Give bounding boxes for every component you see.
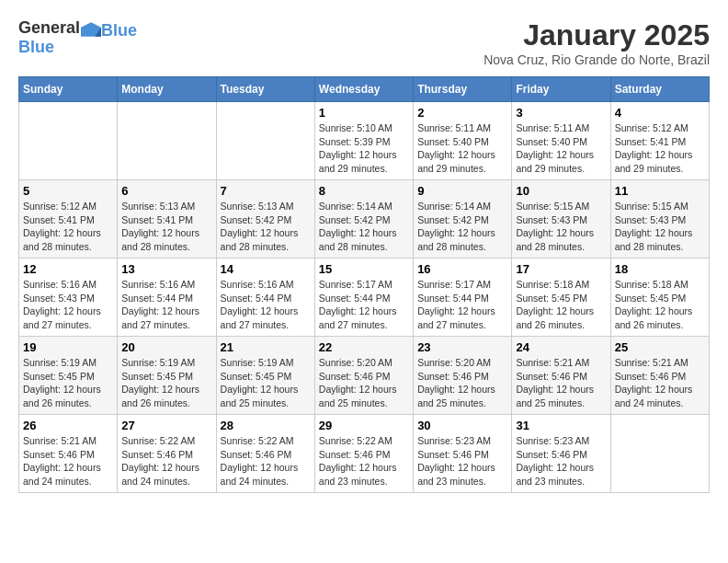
day-info: Sunrise: 5:12 AMSunset: 5:41 PMDaylight:… <box>615 121 705 176</box>
day-info: Sunrise: 5:14 AMSunset: 5:42 PMDaylight:… <box>319 200 409 254</box>
day-info: Sunrise: 5:10 AMSunset: 5:39 PMDaylight:… <box>319 121 409 176</box>
calendar-cell <box>118 102 216 180</box>
calendar-cell: 19Sunrise: 5:19 AMSunset: 5:45 PMDayligh… <box>19 337 118 415</box>
day-number: 17 <box>516 262 606 276</box>
calendar-cell: 28Sunrise: 5:22 AMSunset: 5:46 PMDayligh… <box>216 415 314 493</box>
calendar-title: January 2025 <box>483 18 710 52</box>
calendar-cell <box>19 102 118 180</box>
day-number: 15 <box>319 262 409 276</box>
calendar-cell: 25Sunrise: 5:21 AMSunset: 5:46 PMDayligh… <box>610 337 709 415</box>
calendar-cell: 10Sunrise: 5:15 AMSunset: 5:43 PMDayligh… <box>512 180 610 259</box>
weekday-header-saturday: Saturday <box>610 77 709 102</box>
day-number: 13 <box>121 262 211 276</box>
calendar-cell: 23Sunrise: 5:20 AMSunset: 5:46 PMDayligh… <box>414 337 512 415</box>
day-info: Sunrise: 5:13 AMSunset: 5:41 PMDaylight:… <box>121 200 211 254</box>
day-info: Sunrise: 5:13 AMSunset: 5:42 PMDaylight:… <box>221 200 311 254</box>
page-header: GeneralBlue Blue January 2025 Nova Cruz,… <box>18 18 710 67</box>
weekday-header-sunday: Sunday <box>19 77 118 102</box>
day-info: Sunrise: 5:16 AMSunset: 5:44 PMDaylight:… <box>121 278 211 332</box>
calendar-cell: 14Sunrise: 5:16 AMSunset: 5:44 PMDayligh… <box>216 259 314 337</box>
day-info: Sunrise: 5:21 AMSunset: 5:46 PMDaylight:… <box>23 434 113 488</box>
day-number: 1 <box>319 106 409 120</box>
calendar-header-row: SundayMondayTuesdayWednesdayThursdayFrid… <box>19 77 710 102</box>
day-info: Sunrise: 5:21 AMSunset: 5:46 PMDaylight:… <box>615 356 705 410</box>
day-number: 27 <box>121 419 211 432</box>
calendar-cell: 22Sunrise: 5:20 AMSunset: 5:46 PMDayligh… <box>314 337 413 415</box>
day-number: 12 <box>23 262 113 276</box>
calendar-cell: 7Sunrise: 5:13 AMSunset: 5:42 PMDaylight… <box>216 180 314 259</box>
calendar-week-row: 5Sunrise: 5:12 AMSunset: 5:41 PMDaylight… <box>19 180 710 259</box>
day-number: 26 <box>23 419 113 432</box>
day-info: Sunrise: 5:20 AMSunset: 5:46 PMDaylight:… <box>417 356 507 410</box>
day-number: 11 <box>615 184 705 198</box>
day-number: 16 <box>417 262 507 276</box>
calendar-cell: 8Sunrise: 5:14 AMSunset: 5:42 PMDaylight… <box>314 180 413 259</box>
title-section: January 2025 Nova Cruz, Rio Grande do No… <box>483 18 710 67</box>
day-info: Sunrise: 5:21 AMSunset: 5:46 PMDaylight:… <box>516 356 606 410</box>
weekday-header-friday: Friday <box>512 77 610 102</box>
day-number: 19 <box>23 340 113 354</box>
logo: GeneralBlue Blue <box>18 18 137 57</box>
logo-general: GeneralBlue <box>18 18 101 57</box>
calendar-cell: 16Sunrise: 5:17 AMSunset: 5:44 PMDayligh… <box>414 259 512 337</box>
day-info: Sunrise: 5:23 AMSunset: 5:46 PMDaylight:… <box>516 434 606 488</box>
day-number: 31 <box>516 419 606 432</box>
day-number: 4 <box>615 106 705 120</box>
calendar-table: SundayMondayTuesdayWednesdayThursdayFrid… <box>18 76 710 493</box>
calendar-cell: 18Sunrise: 5:18 AMSunset: 5:45 PMDayligh… <box>610 259 709 337</box>
day-info: Sunrise: 5:19 AMSunset: 5:45 PMDaylight:… <box>221 356 311 410</box>
day-info: Sunrise: 5:20 AMSunset: 5:46 PMDaylight:… <box>319 356 409 410</box>
day-number: 24 <box>516 340 606 354</box>
calendar-cell: 3Sunrise: 5:11 AMSunset: 5:40 PMDaylight… <box>512 102 610 180</box>
day-info: Sunrise: 5:12 AMSunset: 5:41 PMDaylight:… <box>23 200 113 254</box>
day-number: 5 <box>23 184 113 198</box>
calendar-cell <box>610 415 709 493</box>
calendar-week-row: 12Sunrise: 5:16 AMSunset: 5:43 PMDayligh… <box>19 259 710 337</box>
day-number: 2 <box>417 106 507 120</box>
day-info: Sunrise: 5:18 AMSunset: 5:45 PMDaylight:… <box>615 278 705 332</box>
calendar-cell: 30Sunrise: 5:23 AMSunset: 5:46 PMDayligh… <box>414 415 512 493</box>
day-info: Sunrise: 5:22 AMSunset: 5:46 PMDaylight:… <box>221 434 311 488</box>
day-info: Sunrise: 5:17 AMSunset: 5:44 PMDaylight:… <box>417 278 507 332</box>
day-info: Sunrise: 5:19 AMSunset: 5:45 PMDaylight:… <box>121 356 211 410</box>
day-number: 28 <box>221 419 311 432</box>
calendar-week-row: 1Sunrise: 5:10 AMSunset: 5:39 PMDaylight… <box>19 102 710 180</box>
calendar-subtitle: Nova Cruz, Rio Grande do Norte, Brazil <box>483 52 710 67</box>
day-number: 3 <box>516 106 606 120</box>
day-number: 7 <box>221 184 311 198</box>
day-number: 6 <box>121 184 211 198</box>
calendar-cell: 12Sunrise: 5:16 AMSunset: 5:43 PMDayligh… <box>19 259 118 337</box>
calendar-cell: 27Sunrise: 5:22 AMSunset: 5:46 PMDayligh… <box>118 415 216 493</box>
calendar-cell: 5Sunrise: 5:12 AMSunset: 5:41 PMDaylight… <box>19 180 118 259</box>
calendar-cell: 9Sunrise: 5:14 AMSunset: 5:42 PMDaylight… <box>414 180 512 259</box>
day-number: 25 <box>615 340 705 354</box>
calendar-cell: 4Sunrise: 5:12 AMSunset: 5:41 PMDaylight… <box>610 102 709 180</box>
calendar-cell: 6Sunrise: 5:13 AMSunset: 5:41 PMDaylight… <box>118 180 216 259</box>
day-info: Sunrise: 5:16 AMSunset: 5:44 PMDaylight:… <box>221 278 311 332</box>
day-number: 18 <box>615 262 705 276</box>
day-info: Sunrise: 5:22 AMSunset: 5:46 PMDaylight:… <box>121 434 211 488</box>
day-info: Sunrise: 5:14 AMSunset: 5:42 PMDaylight:… <box>417 200 507 254</box>
calendar-cell: 2Sunrise: 5:11 AMSunset: 5:40 PMDaylight… <box>414 102 512 180</box>
day-info: Sunrise: 5:16 AMSunset: 5:43 PMDaylight:… <box>23 278 113 332</box>
weekday-header-thursday: Thursday <box>414 77 512 102</box>
day-info: Sunrise: 5:22 AMSunset: 5:46 PMDaylight:… <box>319 434 409 488</box>
calendar-cell: 13Sunrise: 5:16 AMSunset: 5:44 PMDayligh… <box>118 259 216 337</box>
weekday-header-wednesday: Wednesday <box>314 77 413 102</box>
weekday-header-monday: Monday <box>118 77 216 102</box>
calendar-cell: 15Sunrise: 5:17 AMSunset: 5:44 PMDayligh… <box>314 259 413 337</box>
day-info: Sunrise: 5:15 AMSunset: 5:43 PMDaylight:… <box>615 200 705 254</box>
weekday-header-tuesday: Tuesday <box>216 77 314 102</box>
day-number: 23 <box>417 340 507 354</box>
calendar-cell: 17Sunrise: 5:18 AMSunset: 5:45 PMDayligh… <box>512 259 610 337</box>
day-info: Sunrise: 5:15 AMSunset: 5:43 PMDaylight:… <box>516 200 606 254</box>
calendar-week-row: 26Sunrise: 5:21 AMSunset: 5:46 PMDayligh… <box>19 415 710 493</box>
day-number: 10 <box>516 184 606 198</box>
day-number: 9 <box>417 184 507 198</box>
day-number: 30 <box>417 419 507 432</box>
calendar-cell: 24Sunrise: 5:21 AMSunset: 5:46 PMDayligh… <box>512 337 610 415</box>
day-info: Sunrise: 5:23 AMSunset: 5:46 PMDaylight:… <box>417 434 507 488</box>
calendar-cell: 31Sunrise: 5:23 AMSunset: 5:46 PMDayligh… <box>512 415 610 493</box>
calendar-cell: 1Sunrise: 5:10 AMSunset: 5:39 PMDaylight… <box>314 102 413 180</box>
day-info: Sunrise: 5:11 AMSunset: 5:40 PMDaylight:… <box>516 121 606 176</box>
